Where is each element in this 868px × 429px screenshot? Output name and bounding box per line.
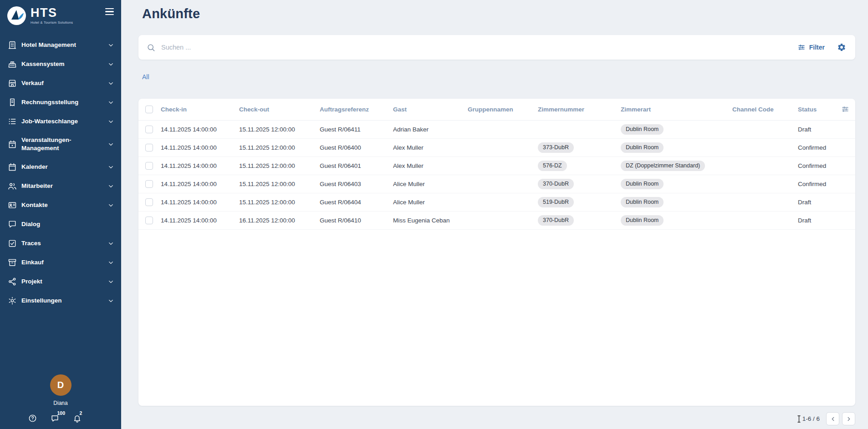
table-row[interactable]: 14.11.2025 14:00:00 16.11.2025 12:00:00 … xyxy=(138,211,855,229)
cell-zimmerart: Dublin Room xyxy=(621,175,732,193)
chevron-right-icon xyxy=(846,416,852,422)
column-header-check-in[interactable]: Check-in xyxy=(161,99,239,120)
messages-button[interactable]: 100 xyxy=(51,414,59,423)
column-header-zimmernummer[interactable]: Zimmernummer xyxy=(538,99,621,120)
cell-zimmerart: Dublin Room xyxy=(621,193,732,211)
cell-zimmernummer: 370-DubR xyxy=(538,175,621,193)
table-settings-button[interactable] xyxy=(837,43,846,52)
row-checkbox[interactable] xyxy=(145,198,153,206)
sidebar: HTS Hotel & Tourism Solutions Hotel Mana… xyxy=(0,0,121,429)
cell-check-in: 14.11.2025 14:00:00 xyxy=(161,211,239,229)
cell-auftragsreferenz: Guest R/06404 xyxy=(320,193,393,211)
cell-actions xyxy=(841,175,855,193)
prev-page-button[interactable] xyxy=(826,412,839,425)
check-square-icon xyxy=(8,239,17,248)
cell-gast: Alex Muller xyxy=(393,156,468,175)
invoice-icon xyxy=(8,98,17,107)
sidebar-item-einkauf[interactable]: Einkauf xyxy=(0,253,121,272)
search-input[interactable] xyxy=(161,44,797,51)
sidebar-item-kontakte[interactable]: Kontakte xyxy=(0,196,121,215)
menu-toggle-button[interactable] xyxy=(103,8,114,15)
sidebar-item-mitarbeiter[interactable]: Mitarbeiter xyxy=(0,177,121,196)
table-row[interactable]: 14.11.2025 14:00:00 15.11.2025 12:00:00 … xyxy=(138,175,855,193)
table-row[interactable]: 14.11.2025 14:00:00 15.11.2025 12:00:00 … xyxy=(138,120,855,138)
sidebar-item-hotel-management[interactable]: Hotel Management xyxy=(0,35,121,55)
cell-zimmerart: Dublin Room xyxy=(621,138,732,156)
room-type-chip: Dublin Room xyxy=(621,124,664,135)
cell-gruppennamen xyxy=(468,120,538,138)
app-logo[interactable]: HTS Hotel & Tourism Solutions xyxy=(7,6,73,25)
cell-gruppennamen xyxy=(468,156,538,175)
help-icon xyxy=(28,414,37,423)
cell-check-out: 15.11.2025 12:00:00 xyxy=(239,175,320,193)
row-checkbox[interactable] xyxy=(145,162,153,170)
shop-icon xyxy=(8,79,17,88)
gear-icon xyxy=(837,43,846,52)
arrivals-table-card: Check-in Check-out Auftragsreferenz Gast… xyxy=(138,99,855,406)
sidebar-item-rechnungsstellung[interactable]: Rechnungsstellung xyxy=(0,93,121,112)
chevron-down-icon xyxy=(107,141,114,148)
column-header-channel-code[interactable]: Channel Code xyxy=(732,99,798,120)
chevron-down-icon xyxy=(107,42,114,49)
column-header-status[interactable]: Status xyxy=(798,99,841,120)
row-checkbox[interactable] xyxy=(145,217,153,224)
user-name: Diana xyxy=(53,400,67,406)
select-all-checkbox[interactable] xyxy=(145,106,153,113)
avatar[interactable]: D xyxy=(50,374,71,396)
cell-check-out: 15.11.2025 12:00:00 xyxy=(239,120,320,138)
row-checkbox[interactable] xyxy=(145,126,153,133)
cell-gruppennamen xyxy=(468,175,538,193)
chat-icon xyxy=(8,220,17,229)
cell-channel-code xyxy=(732,175,798,193)
help-button[interactable] xyxy=(28,414,37,423)
cell-channel-code xyxy=(732,211,798,229)
row-checkbox[interactable] xyxy=(145,180,153,188)
column-header-gast[interactable]: Gast xyxy=(393,99,468,120)
column-settings-button[interactable] xyxy=(841,99,855,120)
sidebar-nav: Hotel Management Kassensystem Verkauf Re… xyxy=(0,29,121,370)
cell-status: Confirmed xyxy=(798,156,841,175)
share-network-icon xyxy=(8,277,17,286)
next-page-button[interactable] xyxy=(842,412,855,425)
row-checkbox[interactable] xyxy=(145,144,153,151)
main-content: Ankünfte Filter All xyxy=(121,0,868,429)
table-row[interactable]: 14.11.2025 14:00:00 15.11.2025 12:00:00 … xyxy=(138,156,855,175)
cell-auftragsreferenz: Guest R/06401 xyxy=(320,156,393,175)
chevron-down-icon xyxy=(107,278,114,285)
tab-all[interactable]: All xyxy=(142,73,149,81)
chevron-down-icon xyxy=(107,183,114,190)
cell-zimmernummer: 373-DubR xyxy=(538,138,621,156)
sidebar-item-projekt[interactable]: Projekt xyxy=(0,272,121,291)
sidebar-item-verkauf[interactable]: Verkauf xyxy=(0,74,121,93)
sidebar-item-dialog[interactable]: Dialog xyxy=(0,215,121,234)
sidebar-item-kalender[interactable]: Kalender xyxy=(0,157,121,177)
sidebar-item-label: Job-Warteschlange xyxy=(21,117,103,126)
settings-icon xyxy=(8,296,17,305)
cell-status: Confirmed xyxy=(798,175,841,193)
column-header-check-out[interactable]: Check-out xyxy=(239,99,320,120)
sidebar-item-label: Kontakte xyxy=(21,201,103,209)
notifications-button[interactable]: 2 xyxy=(73,414,82,423)
chevron-down-icon xyxy=(107,80,114,87)
table-row[interactable]: 14.11.2025 14:00:00 15.11.2025 12:00:00 … xyxy=(138,138,855,156)
column-header-gruppennamen[interactable]: Gruppennamen xyxy=(468,99,538,120)
sidebar-item-kassensystem[interactable]: Kassensystem xyxy=(0,55,121,74)
sidebar-item-einstellungen[interactable]: Einstellungen xyxy=(0,291,121,310)
sidebar-item-veranstaltungen-management[interactable]: Veranstaltungen-Management xyxy=(0,131,121,157)
cell-zimmerart: DZ (Doppelzimmer Standard) xyxy=(621,156,732,175)
sidebar-item-job-warteschlange[interactable]: Job-Warteschlange xyxy=(0,112,121,131)
filter-button[interactable]: Filter xyxy=(797,43,825,51)
filter-button-label: Filter xyxy=(809,44,825,51)
sidebar-footer: D Diana 100 2 xyxy=(0,370,121,429)
logo-icon xyxy=(7,6,26,25)
pagination: 1-6 / 6 xyxy=(138,412,855,425)
column-header-auftragsreferenz[interactable]: Auftragsreferenz xyxy=(320,99,393,120)
sidebar-item-label: Kalender xyxy=(21,163,103,171)
sidebar-item-traces[interactable]: Traces xyxy=(0,234,121,253)
table-row[interactable]: 14.11.2025 14:00:00 15.11.2025 12:00:00 … xyxy=(138,193,855,211)
cell-check-in: 14.11.2025 14:00:00 xyxy=(161,175,239,193)
page-title: Ankünfte xyxy=(142,6,855,21)
column-header-zimmerart[interactable]: Zimmerart xyxy=(621,99,732,120)
search-bar: Filter xyxy=(138,35,855,60)
cell-actions xyxy=(841,120,855,138)
